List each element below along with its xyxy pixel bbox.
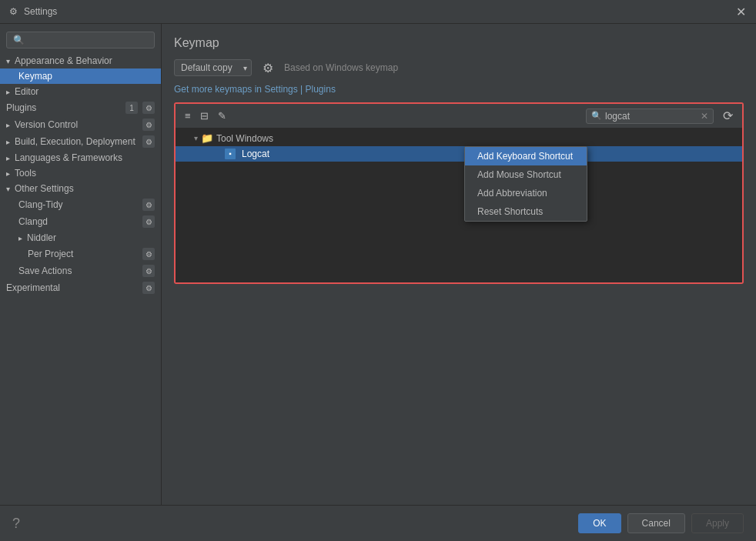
expand-all-button[interactable]: ≡ <box>182 109 194 123</box>
tree-toolbar: ≡ ⊟ ✎ 🔍 ✕ ⟳ <box>176 104 742 129</box>
expand-arrow: ▸ <box>6 169 10 178</box>
help-button[interactable]: ? <box>12 516 20 532</box>
keymap-settings-button[interactable]: ⚙ <box>259 59 276 76</box>
sidebar-item-version-control[interactable]: ▸ Version Control ⚙ <box>0 116 161 133</box>
tree-search-box: 🔍 ✕ <box>586 109 714 124</box>
sidebar-item-per-project[interactable]: Per Project ⚙ <box>0 245 161 262</box>
sidebar-item-niddler[interactable]: ▸ Niddler <box>0 230 161 245</box>
footer-buttons: OK Cancel Apply <box>578 513 744 533</box>
based-on-label: Based on Windows keymap <box>284 62 398 73</box>
context-menu-item-label: Add Keyboard Shortcut <box>477 151 573 162</box>
expand-arrow: ▾ <box>6 57 10 65</box>
settings-icon: ⚙ <box>9 6 18 17</box>
sidebar-item-build-execution[interactable]: ▸ Build, Execution, Deployment ⚙ <box>0 133 161 150</box>
sidebar-item-label: Keymap <box>18 71 52 82</box>
clangd-icon: ⚙ <box>142 215 155 228</box>
panel-title: Keymap <box>174 36 744 50</box>
sidebar-item-label: Version Control <box>15 119 78 130</box>
sidebar: ▾ Appearance & Behavior Keymap ▸ Editor … <box>0 24 162 505</box>
edit-shortcut-button[interactable]: ✎ <box>215 109 229 123</box>
sidebar-item-label: Build, Execution, Deployment <box>15 136 135 147</box>
title-bar-left: ⚙ Settings <box>9 6 57 17</box>
sidebar-item-label: Clang-Tidy <box>18 199 63 210</box>
title-bar: ⚙ Settings ✕ <box>0 0 756 24</box>
sidebar-item-keymap[interactable]: Keymap <box>0 68 161 84</box>
collapse-all-button[interactable]: ⊟ <box>197 109 212 123</box>
experimental-icon: ⚙ <box>142 282 155 294</box>
get-more-keymaps-link[interactable]: Get more keymaps in Settings | Plugins <box>174 84 336 95</box>
settings-window: ⚙ Settings ✕ ▾ Appearance & Behavior Key… <box>0 0 756 541</box>
content-area: ▾ Appearance & Behavior Keymap ▸ Editor … <box>0 24 756 505</box>
tree-node-label: Tool Windows <box>216 133 273 144</box>
tree-node-tool-windows[interactable]: ▾ 📁 Tool Windows <box>176 130 742 146</box>
context-menu-item-add-abbreviation[interactable]: Add Abbreviation <box>465 184 587 202</box>
build-icon: ⚙ <box>142 135 155 148</box>
search-icon: 🔍 <box>591 111 602 121</box>
keymap-select-wrapper: Default copy Default Mac OS X ▾ <box>174 59 252 76</box>
version-control-icon: ⚙ <box>142 119 155 131</box>
sidebar-item-label: Languages & Frameworks <box>15 152 122 163</box>
close-button[interactable]: ✕ <box>736 6 747 17</box>
sidebar-item-label: Per Project <box>28 249 73 259</box>
folder-icon: 📁 <box>201 132 213 144</box>
sidebar-item-tools[interactable]: ▸ Tools <box>0 165 161 181</box>
search-clear-button[interactable]: ✕ <box>701 111 708 122</box>
expand-arrow: ▸ <box>6 138 10 146</box>
sidebar-item-clangd[interactable]: Clangd ⚙ <box>0 213 161 230</box>
tree-node-label: Logcat <box>242 149 269 159</box>
sidebar-item-label: Other Settings <box>15 183 74 194</box>
sidebar-item-label: Clangd <box>18 216 48 227</box>
context-menu-item-label: Add Mouse Shortcut <box>477 169 561 180</box>
context-menu-item-label: Add Abbreviation <box>477 188 547 199</box>
sidebar-item-label: Appearance & Behavior <box>15 55 112 66</box>
sidebar-item-appearance-behavior[interactable]: ▾ Appearance & Behavior <box>0 53 161 68</box>
tree-body: ▾ 📁 Tool Windows ▪ Logcat Add K <box>176 129 742 282</box>
per-project-icon: ⚙ <box>142 248 155 260</box>
tree-search-input[interactable] <box>605 111 697 122</box>
footer: ? OK Cancel Apply <box>0 505 756 541</box>
sidebar-item-editor[interactable]: ▸ Editor <box>0 84 161 99</box>
expand-arrow: ▸ <box>18 234 22 242</box>
expand-arrow: ▾ <box>6 185 10 193</box>
plugins-settings-icon: ⚙ <box>142 102 155 114</box>
cancel-button[interactable]: Cancel <box>627 513 685 533</box>
expand-arrow: ▸ <box>6 154 10 162</box>
main-panel: Keymap Default copy Default Mac OS X ▾ ⚙… <box>162 24 756 505</box>
logcat-icon: ▪ <box>225 149 236 159</box>
sidebar-item-label: Editor <box>15 86 38 97</box>
plugins-badge: 1 <box>125 102 138 114</box>
tree-node-logcat[interactable]: ▪ Logcat <box>176 146 742 162</box>
keymap-header: Default copy Default Mac OS X ▾ ⚙ Based … <box>174 59 744 76</box>
sidebar-item-clang-tidy[interactable]: Clang-Tidy ⚙ <box>0 196 161 213</box>
sidebar-item-save-actions[interactable]: Save Actions ⚙ <box>0 262 161 279</box>
sidebar-item-experimental[interactable]: Experimental ⚙ <box>0 279 161 296</box>
expand-results-button[interactable]: ⟳ <box>720 107 736 125</box>
keymap-tree-container: ≡ ⊟ ✎ 🔍 ✕ ⟳ ▾ 📁 <box>174 102 744 284</box>
expand-arrow: ▸ <box>6 88 10 96</box>
expand-arrow: ▸ <box>6 121 10 129</box>
sidebar-item-label: Experimental <box>6 282 60 293</box>
clang-tidy-icon: ⚙ <box>142 199 155 211</box>
window-title: Settings <box>24 6 57 17</box>
sidebar-search-input[interactable] <box>6 32 155 48</box>
context-menu-item-label: Reset Shortcuts <box>477 206 543 217</box>
sidebar-item-label: Tools <box>15 168 36 179</box>
context-menu: Add Keyboard Shortcut Add Mouse Shortcut… <box>464 146 587 222</box>
keymap-select[interactable]: Default copy Default Mac OS X <box>174 59 252 76</box>
apply-button[interactable]: Apply <box>691 513 744 533</box>
ok-button[interactable]: OK <box>578 513 621 533</box>
sidebar-item-label: Plugins <box>6 102 36 113</box>
context-menu-item-reset-shortcuts[interactable]: Reset Shortcuts <box>465 202 587 221</box>
save-actions-icon: ⚙ <box>142 265 155 277</box>
context-menu-item-add-keyboard-shortcut[interactable]: Add Keyboard Shortcut <box>465 147 587 165</box>
sidebar-item-label: Save Actions <box>18 265 72 276</box>
sidebar-item-plugins[interactable]: Plugins 1 ⚙ <box>0 99 161 116</box>
sidebar-item-other-settings[interactable]: ▾ Other Settings <box>0 181 161 196</box>
context-menu-item-add-mouse-shortcut[interactable]: Add Mouse Shortcut <box>465 165 587 184</box>
sidebar-item-label: Niddler <box>27 232 56 243</box>
expand-arrow-icon: ▾ <box>194 134 198 142</box>
sidebar-item-languages-frameworks[interactable]: ▸ Languages & Frameworks <box>0 150 161 165</box>
